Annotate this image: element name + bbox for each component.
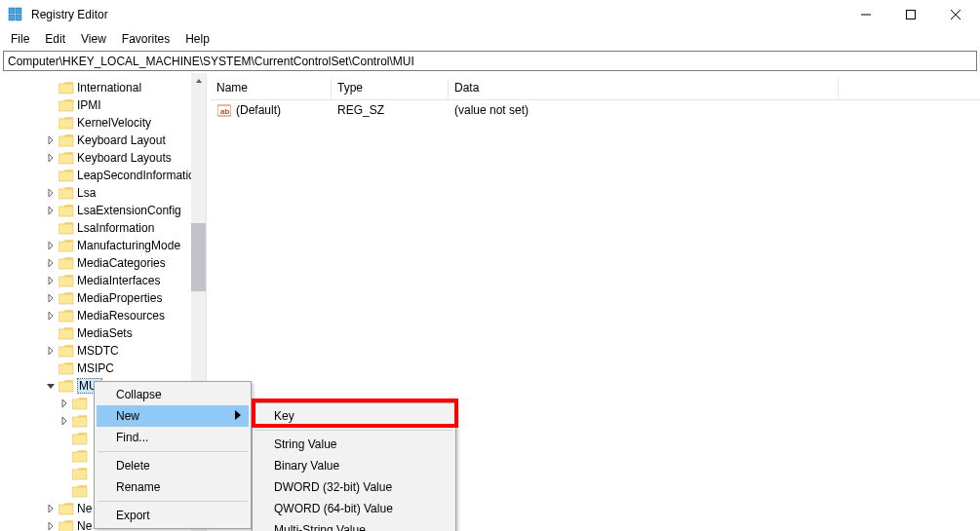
menu-favorites[interactable]: Favorites [115, 31, 176, 47]
close-button[interactable] [933, 0, 978, 29]
ctx-rename[interactable]: Rename [97, 476, 249, 498]
ctx-separator [98, 501, 248, 502]
regedit-icon [8, 7, 23, 22]
tree-label: MediaProperties [77, 291, 162, 305]
svg-rect-31 [59, 329, 73, 339]
tree-item[interactable]: Lsa [0, 184, 206, 202]
svg-marker-39 [62, 417, 66, 425]
address-input[interactable]: Computer\HKEY_LOCAL_MACHINE\SYSTEM\Curre… [3, 51, 977, 71]
ctx-export[interactable]: Export [97, 505, 249, 526]
tree-label: ManufacturingMode [77, 239, 180, 252]
tree-item[interactable]: MediaCategories [0, 254, 206, 272]
tree-expander-icon[interactable] [45, 503, 57, 514]
tree-expander-icon[interactable] [45, 134, 57, 146]
svg-rect-10 [59, 119, 73, 129]
folder-icon [59, 222, 74, 235]
submenu-qword[interactable]: QWORD (64-bit) Value [255, 498, 453, 519]
tree-item[interactable]: KernelVelocity [0, 114, 206, 132]
tree-expander-icon[interactable] [45, 240, 57, 251]
folder-icon [59, 170, 74, 182]
svg-rect-26 [59, 277, 73, 286]
tree-item[interactable]: Keyboard Layouts [0, 149, 206, 167]
tree-item[interactable]: LsaExtensionConfig [0, 202, 206, 219]
tree-label: Keyboard Layout [77, 133, 166, 147]
menu-edit[interactable]: Edit [38, 31, 72, 47]
ctx-new[interactable]: New [97, 405, 249, 427]
folder-icon [59, 205, 74, 217]
ctx-delete[interactable]: Delete [97, 455, 249, 476]
maximize-button[interactable] [888, 0, 933, 29]
tree-expander-icon[interactable] [45, 345, 57, 357]
tree-expander-icon[interactable] [45, 310, 57, 322]
tree-expander-icon [45, 99, 57, 111]
tree-item[interactable]: Keyboard Layout [0, 132, 206, 149]
svg-rect-17 [59, 189, 73, 199]
submenu-key[interactable]: Key [255, 405, 453, 427]
svg-rect-19 [59, 207, 73, 216]
menu-help[interactable]: Help [178, 31, 216, 47]
scroll-up-icon[interactable] [191, 73, 206, 88]
tree-item[interactable]: LeapSecondInformation [0, 167, 206, 184]
tree-item[interactable]: LsaInformation [0, 219, 206, 237]
tree-expander-icon [59, 433, 70, 444]
svg-rect-41 [72, 435, 87, 444]
tree-expander-icon[interactable] [45, 187, 57, 199]
column-type[interactable]: Type [332, 79, 449, 99]
tree-item[interactable]: MediaInterfaces [0, 272, 206, 289]
submenu-string[interactable]: String Value [255, 434, 453, 455]
svg-marker-37 [62, 399, 66, 407]
folder-icon [72, 433, 88, 445]
addressbar-container: Computer\HKEY_LOCAL_MACHINE\SYSTEM\Curre… [0, 49, 980, 73]
folder-icon [59, 292, 74, 305]
tree-expander-icon[interactable] [59, 398, 70, 409]
minimize-button[interactable] [843, 0, 888, 29]
svg-rect-38 [72, 399, 87, 409]
svg-rect-12 [59, 136, 73, 146]
tree-expander-icon[interactable] [45, 275, 57, 286]
tree-expander-icon [59, 450, 70, 462]
tree-expander-icon [59, 468, 70, 479]
tree-item[interactable]: International [0, 79, 206, 96]
ctx-collapse[interactable]: Collapse [97, 384, 249, 405]
column-name[interactable]: Name [211, 79, 332, 99]
tree-expander-icon[interactable] [45, 380, 57, 392]
tree-label: International [77, 81, 141, 95]
scrollbar-thumb[interactable] [191, 223, 206, 291]
submenu-multi[interactable]: Multi-String Value [255, 519, 453, 531]
svg-marker-47 [49, 522, 53, 530]
menu-view[interactable]: View [74, 31, 113, 47]
svg-rect-33 [59, 347, 73, 357]
tree-item[interactable]: IPMI [0, 96, 206, 114]
folder-icon [72, 468, 88, 480]
tree-expander-icon[interactable] [45, 205, 57, 216]
svg-marker-45 [49, 505, 53, 512]
tree-expander-icon[interactable] [45, 257, 57, 269]
tree-item[interactable]: MediaProperties [0, 289, 206, 307]
tree-expander-icon [59, 485, 70, 497]
tree-expander-icon[interactable] [45, 520, 57, 531]
svg-rect-0 [9, 8, 15, 14]
svg-rect-15 [59, 171, 73, 181]
tree-expander-icon[interactable] [45, 292, 57, 304]
submenu-dword[interactable]: DWORD (32-bit) Value [255, 476, 453, 498]
tree-item[interactable]: MediaResources [0, 307, 206, 324]
value-type: REG_SZ [332, 103, 449, 117]
ctx-find[interactable]: Find... [97, 427, 249, 448]
submenu-binary[interactable]: Binary Value [255, 455, 453, 476]
tree-expander-icon[interactable] [45, 152, 57, 164]
menu-file[interactable]: File [4, 31, 36, 47]
tree-label: Ne [77, 502, 92, 515]
folder-icon [59, 345, 74, 358]
value-name: (Default) [236, 103, 281, 117]
svg-rect-34 [59, 364, 73, 374]
tree-item[interactable]: MediaSets [0, 324, 206, 342]
tree-item[interactable]: MSIPC [0, 360, 206, 377]
svg-rect-8 [59, 84, 73, 94]
column-data[interactable]: Data [449, 79, 839, 99]
value-row[interactable]: ab(Default)REG_SZ(value not set) [211, 100, 980, 120]
folder-icon [59, 310, 74, 322]
tree-item[interactable]: ManufacturingMode [0, 237, 206, 254]
svg-rect-22 [59, 242, 73, 251]
tree-item[interactable]: MSDTC [0, 342, 206, 360]
tree-expander-icon[interactable] [59, 415, 70, 427]
